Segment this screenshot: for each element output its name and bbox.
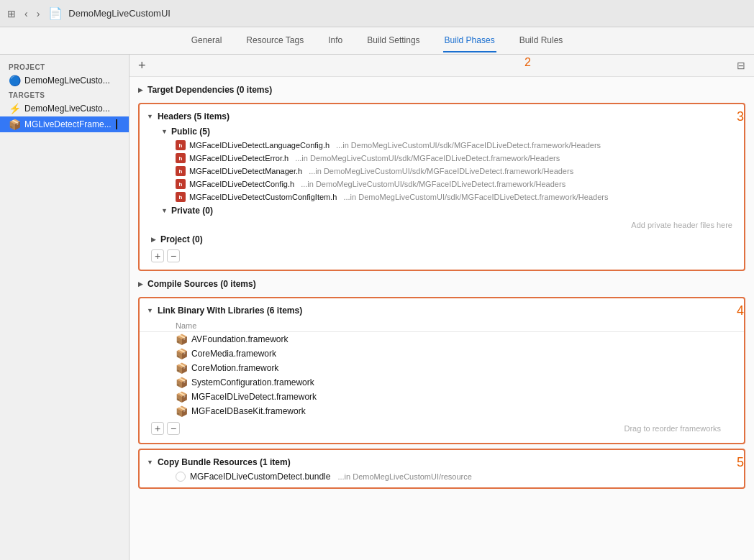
framework-icon-0: 📦: [176, 334, 187, 345]
headers-add-button[interactable]: +: [151, 249, 164, 262]
target-1-icon: 📦: [9, 119, 21, 130]
project-triangle: ▶: [151, 236, 156, 243]
file-name-1: MGFaceIDLiveDetectError.h: [189, 154, 289, 162]
copy-bundle-section: ▼ Copy Bundle Resources (1 item) 5 MGFac…: [138, 449, 745, 489]
sidebar-item-project[interactable]: 🔵 DemoMegLiveCusto...: [0, 73, 129, 88]
step-5-indicator: 5: [737, 455, 744, 470]
tabbar: General Resource Tags Info Build Setting…: [0, 27, 754, 55]
public-subsection-header[interactable]: ▼ Public (5): [140, 124, 744, 139]
tab-build-rules[interactable]: Build Rules: [518, 29, 565, 52]
file-name-0: MGFaceIDLiveDetectLanguageConfig.h: [189, 141, 330, 150]
sidebar-item-target-0[interactable]: ⚡ DemoMegLiveCusto...: [0, 101, 129, 116]
target-0-label: DemoMegLiveCusto...: [24, 104, 110, 114]
project-icon: 🔵: [9, 75, 21, 86]
sidebar-item-target-1[interactable]: 📦 MGLiveDetectFrame...: [0, 116, 129, 132]
link-binary-add-button[interactable]: +: [151, 422, 164, 435]
headers-triangle: ▼: [147, 113, 153, 120]
compile-sources-header[interactable]: ▶ Compile Sources (0 items): [138, 275, 745, 293]
project-section-header: PROJECT: [0, 60, 129, 73]
project-sub-title: Project (0): [160, 234, 203, 244]
framework-row-0: 📦 AVFoundation.framework: [140, 332, 744, 346]
compile-sources-title: Compile Sources (0 items): [147, 279, 256, 289]
forward-button[interactable]: ›: [34, 6, 43, 21]
file-path-2: ...in DemoMegLiveCustomUI/sdk/MGFaceIDLi…: [309, 167, 573, 175]
file-row-1: h MGFaceIDLiveDetectError.h ...in DemoMe…: [140, 152, 744, 165]
headers-remove-button[interactable]: −: [167, 249, 180, 262]
headers-title: Headers (5 items): [158, 111, 230, 121]
titlebar: ⊞ ‹ › 📄 DemoMegLiveCustomUI: [0, 0, 754, 27]
link-binary-remove-button[interactable]: −: [167, 422, 180, 435]
target-dependencies-section: ▶ Target Dependencies (0 items): [138, 81, 745, 98]
link-binary-title: Link Binary With Libraries (6 items): [158, 306, 302, 316]
framework-row-3: 📦 SystemConfiguration.framework: [140, 375, 744, 390]
project-title: DemoMegLiveCustomUI: [68, 8, 171, 19]
triangle-icon: ▶: [138, 86, 143, 93]
file-row-3: h MGFaceIDLiveDetectConfig.h ...in DemoM…: [140, 178, 744, 191]
step-4-indicator: 4: [737, 303, 744, 318]
h-file-icon-2: h: [176, 166, 186, 176]
link-binary-section-header[interactable]: ▼ Link Binary With Libraries (6 items): [140, 303, 731, 318]
step-2-indicator: 2: [524, 56, 531, 69]
targets-section-header: TARGETS: [0, 88, 129, 101]
main-layout: PROJECT 🔵 DemoMegLiveCusto... TARGETS ⚡ …: [0, 55, 754, 560]
headers-section-header[interactable]: ▼ Headers (5 items): [140, 109, 731, 124]
step-3-indicator: 3: [737, 109, 744, 124]
link-binary-section: ▼ Link Binary With Libraries (6 items) 4…: [138, 297, 745, 444]
file-path-4: ...in DemoMegLiveCustomUI/sdk/MGFaceIDLi…: [343, 193, 608, 201]
content-toolbar: + ⊟: [130, 55, 754, 77]
framework-name-5: MGFaceIDBaseKit.framework: [191, 406, 306, 416]
file-name-3: MGFaceIDLiveDetectConfig.h: [189, 180, 294, 188]
private-subsection-header[interactable]: ▼ Private (0): [140, 203, 744, 218]
target-dependencies-header[interactable]: ▶ Target Dependencies (0 items): [138, 81, 745, 98]
cursor: [116, 119, 117, 129]
bundle-name: MGFaceIDLiveCustomDetect.bundle: [190, 472, 330, 482]
tab-build-phases[interactable]: Build Phases: [443, 29, 496, 52]
project-subsection-header[interactable]: ▶ Project (0): [140, 232, 744, 247]
h-file-icon-4: h: [176, 192, 186, 202]
headers-header-row: ▼ Headers (5 items) 3: [140, 109, 744, 124]
link-binary-footer: + − Drag to reorder frameworks: [140, 418, 744, 439]
framework-name-3: SystemConfiguration.framework: [191, 377, 314, 387]
tab-build-settings[interactable]: Build Settings: [365, 29, 421, 52]
file-path-3: ...in DemoMegLiveCustomUI/sdk/MGFaceIDLi…: [301, 180, 566, 188]
private-title: Private (0): [171, 206, 213, 216]
file-path-0: ...in DemoMegLiveCustomUI/sdk/MGFaceIDLi…: [336, 141, 601, 150]
link-binary-plus-minus: + −: [151, 422, 180, 435]
headers-plus-minus: + −: [140, 247, 744, 265]
copy-bundle-header-row: ▼ Copy Bundle Resources (1 item) 5: [140, 454, 744, 470]
navigation-buttons[interactable]: ‹ ›: [22, 6, 42, 21]
tab-info[interactable]: Info: [327, 29, 344, 52]
private-placeholder: Add private header files here: [140, 218, 744, 232]
h-file-icon-0: h: [176, 140, 186, 150]
project-file-icon: 📄: [48, 6, 63, 20]
headers-section: ▼ Headers (5 items) 3 ▼ Public (5) h MGF…: [138, 103, 745, 271]
tab-general[interactable]: General: [190, 29, 224, 52]
file-row-0: h MGFaceIDLiveDetectLanguageConfig.h ...…: [140, 139, 744, 152]
framework-icon-3: 📦: [176, 377, 187, 388]
back-button[interactable]: ‹: [22, 6, 31, 21]
file-row-4: h MGFaceIDLiveDetectCustomConfigItem.h .…: [140, 191, 744, 203]
h-file-icon-1: h: [176, 153, 186, 163]
framework-icon-5: 📦: [176, 405, 187, 417]
compile-triangle: ▶: [138, 280, 143, 288]
framework-row-1: 📦 CoreMedia.framework: [140, 346, 744, 361]
project-label: DemoMegLiveCusto...: [24, 75, 110, 86]
compile-sources-section: ▶ Compile Sources (0 items): [138, 275, 745, 293]
bundle-path: ...in DemoMegLiveCustomUI/resource: [337, 472, 471, 481]
file-row-2: h MGFaceIDLiveDetectManager.h ...in Demo…: [140, 165, 744, 178]
copy-bundle-section-header[interactable]: ▼ Copy Bundle Resources (1 item): [140, 454, 731, 470]
framework-row-5: 📦 MGFaceIDBaseKit.framework: [140, 404, 744, 418]
public-title: Public (5): [171, 127, 210, 137]
sidebar: PROJECT 🔵 DemoMegLiveCusto... TARGETS ⚡ …: [0, 55, 130, 560]
filter-icon: ⊟: [737, 60, 745, 71]
content-area: + ⊟ ▶ Target Dependencies (0 items) ▼ He…: [130, 55, 754, 560]
framework-icon-4: 📦: [176, 391, 187, 403]
grid-icon: ⊞: [7, 8, 16, 19]
file-path-1: ...in DemoMegLiveCustomUI/sdk/MGFaceIDLi…: [295, 154, 560, 162]
link-binary-triangle: ▼: [147, 307, 153, 314]
framework-name-0: AVFoundation.framework: [191, 334, 289, 344]
add-phase-button[interactable]: +: [138, 59, 146, 72]
tab-resource-tags[interactable]: Resource Tags: [245, 29, 305, 52]
frameworks-name-header: Name: [140, 318, 744, 332]
framework-icon-2: 📦: [176, 362, 187, 374]
